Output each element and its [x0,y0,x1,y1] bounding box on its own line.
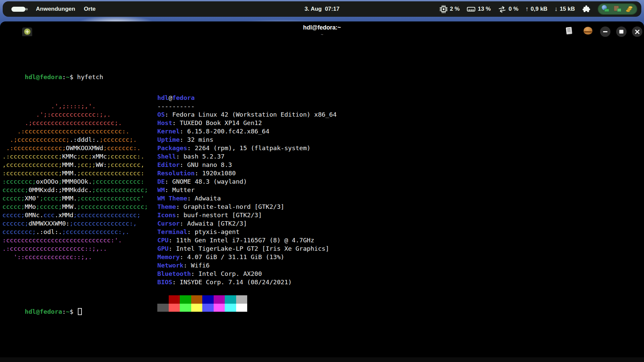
prompt-user: hdl@fedora [25,73,62,80]
ascii-art-line: .';:cccccccccccc:;,. [2,110,148,119]
terminal-color-palette [157,295,247,312]
system-info: hdl@fedora----------OS: Fedora Linux 42 … [157,94,337,286]
palette-row-normal [157,295,247,304]
info-row-wm-theme: WM Theme: Adwaita [157,194,337,202]
ascii-art-line: .:ccccccccccccc;OWMKOOXMWd;ccccccc:. [2,144,148,152]
palette-swatch [169,295,180,304]
app-menu-burger-icon[interactable] [584,27,592,35]
info-row-bios: BIOS: INSYDE Corp. 7.14 (08/24/2021) [157,278,337,286]
prompt-line: hdl@fedora:~$ hyfetch [2,64,103,89]
terminal-cursor [78,308,82,315]
info-row-shell: Shell: bash 5.2.37 [157,152,337,161]
palette-swatch [180,295,191,304]
window-bottom-edge [0,357,644,362]
ascii-art-line: ccccc;MMo;ccccc;MMW.;ccccccccccccccccc; [2,202,148,211]
info-row-packages: Packages: 2264 (rpm), 15 (flatpak-system… [157,144,337,152]
ascii-art-line: ccccc;XM0';cccc;MMM.;cccccccccccccccc' [2,194,148,202]
palette-swatch [157,304,169,312]
ascii-art-line: :cccccccccccccc;MMM.;cccccccccccccccc: [2,169,148,177]
ascii-art-line: :cccccccccccccccccccccccccccc:'. [2,236,148,244]
palette-swatch [225,295,236,304]
info-row-memory: Memory: 4.07 GiB / 31.11 GiB (13%) [157,253,337,261]
command-text: hyfetch [77,73,103,80]
ascii-art-line: ccccc;0MNc.ccc.xMMd;cccccccccccccccc; [2,211,148,219]
titlebar[interactable]: + hdl@fedora:~ ~ [0,21,644,42]
ascii-art-line: cccccccc;.:odl:.;cccccccccccccc:,. [2,228,148,236]
prompt-path: ~ [66,73,69,80]
info-row-icons: Icons: buuf-nestort [GTK2/3] [157,211,337,219]
palette-swatch [157,295,169,304]
info-row-resolution: Resolution: 644x362 [157,169,337,177]
palette-swatch [214,304,225,312]
prompt-user: hdl@fedora [25,308,62,315]
palette-swatch [236,304,248,312]
terminal-screen[interactable]: hdl@fedora:~$ hyfetch .',;::::;,'. .';:c… [0,42,644,362]
coins-tray-icon[interactable] [625,5,633,13]
panel-clock[interactable]: 3. Aug 07:17 [3,6,641,12]
info-row-editor: Editor: GNU nano 8.3 [157,161,337,169]
info-row-bluetooth: Bluetooth: Intel Corp. AX200 [157,269,337,278]
ascii-art-line: .',;::::;,'. [2,102,148,110]
palette-swatch [191,295,203,304]
minimize-button[interactable] [600,26,610,37]
palette-swatch [202,295,214,304]
info-row-kernel: Kernel: 6.15.8-200.fc42.x86_64 [157,127,337,135]
palette-swatch [202,304,214,312]
ascii-art-line: cccccc;dNMWXXXWM0:;ccccccccccccccc:, [2,219,148,228]
info-row-host: Host: TUXEDO Book XP14 Gen12 [157,119,337,127]
palette-swatch [225,304,236,312]
info-row-de: DE: GNOME 48.3 (wayland) [157,177,337,186]
cash-globe-tray-icon[interactable] [602,5,610,13]
info-row-cpu: CPU: 11th Gen Intel i7-1165G7 (8) @ 4.7G… [157,236,337,244]
prompt-line: hdl@fedora:~$ [2,299,82,324]
ascii-art-line: .:ccccccccccccc;KMMc;cc;xMMc;ccccccc:. [2,152,148,161]
palette-swatch [191,304,203,312]
ascii-art-line: .;cccccccccccccccccccccc;. [2,119,148,127]
ascii-art-line: :ccccccc;oxOOOo;MMM0OOk.;cccccccccccc: [2,177,148,186]
ascii-art-line: cccccc;0MMKxdd:;MMMkddc.;ccccccccccccc; [2,186,148,194]
prompt-path: ~ [66,308,69,315]
info-row-network: Network: Wifi6 [157,261,337,269]
palette-swatch [180,304,191,312]
ascii-art-line: .:cccccccccccccccccccccccccc:. [2,127,148,135]
ascii-art-line: .:cccccccccccccccccccc::;,.. [2,244,148,253]
palette-swatch [169,304,180,312]
info-underline: ---------- [157,102,337,110]
palette-row-bright [157,304,247,312]
top-panel: AnwendungenOrte 3. Aug 07:17 2 %13 %0 %↑… [3,1,641,17]
parcel-cash-tray-icon[interactable] [613,5,622,13]
info-row-gpu: GPU: Intel TigerLake-LP GT2 [Iris Xe Gra… [157,244,337,253]
terminal-window: + hdl@fedora:~ ~ hdl@fedora:~$ hyfetch .… [0,21,644,362]
info-row-os: OS: Fedora Linux 42 (Workstation Edition… [157,110,337,119]
system-tray [598,3,637,15]
info-row-cursor: Cursor: Adwaita [GTK2/3] [157,219,337,228]
info-row-terminal: Terminal: ptyxis-agent [157,228,337,236]
palette-swatch [236,295,248,304]
ascii-art-line: .;ccccccccccccc;.:dddl:.;ccccccc;. [2,135,148,144]
window-title: hdl@fedora:~ [0,24,644,31]
info-row-theme: Theme: Graphite-teal-nord [GTK2/3] [157,202,337,211]
notes-icon[interactable] [566,27,572,35]
info-row-uptime: Uptime: 32 mins [157,135,337,144]
close-button[interactable] [632,26,642,37]
info-user-host: hdl@fedora [157,94,337,102]
palette-swatch [214,295,225,304]
maximize-button[interactable] [616,26,627,37]
fedora-ascii-logo: .',;::::;,'. .';:cccccccccccc:;,. .;cccc… [2,102,148,261]
ascii-art-line: '::ccccccccccccc::;,. [2,253,148,261]
ascii-art-line: ,cccccccccccccc;MMM.;cc;;WW:;cccccccc, [2,161,148,169]
info-row-wm: WM: Mutter [157,186,337,194]
window-subtitle: ~ [0,32,644,37]
